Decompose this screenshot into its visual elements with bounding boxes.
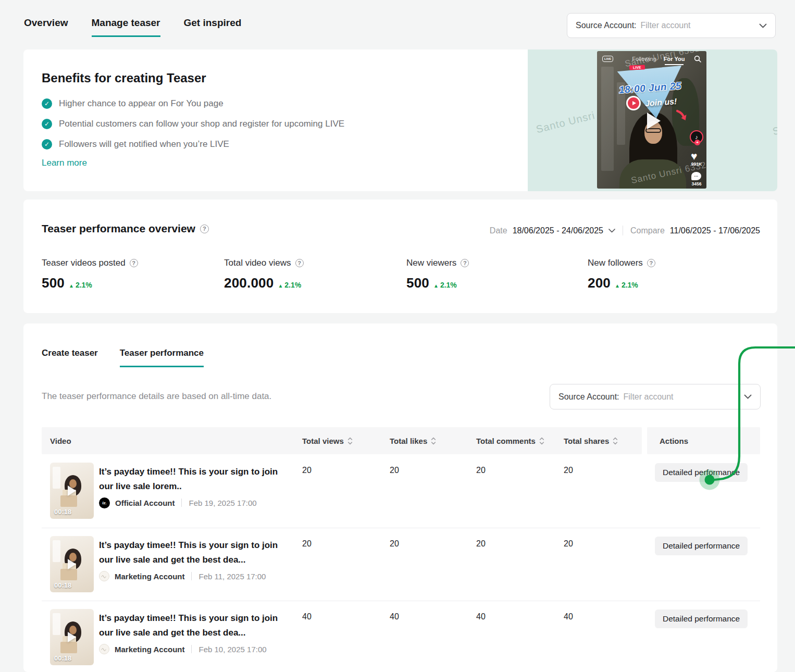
red-arrow-icon [675, 109, 689, 125]
benefits-card: Benefits for creating Teaser ✓ Higher ch… [23, 49, 777, 191]
table-row: 00:18 It’s payday timee!! This is your s… [42, 455, 760, 528]
account-name: Marketing Account [115, 645, 184, 654]
divider [191, 645, 192, 653]
benefit-text: Higher chance to appear on For You page [59, 98, 223, 109]
sort-icon[interactable] [613, 437, 618, 445]
column-label: Total views [302, 437, 344, 445]
play-icon [68, 486, 76, 496]
increase-arrow-icon: ▲ [278, 283, 283, 289]
source-account-filter-table[interactable]: Source Account: Filter account [550, 384, 761, 409]
metric-delta: 2.1% [440, 281, 457, 289]
teaser-video-preview: LIVE Following For You LIVE 18:00 Jun 25… [597, 51, 706, 189]
comments-count: 3456 [686, 181, 706, 186]
total-comments-value: 20 [476, 466, 486, 475]
phone-top-bar: LIVE Following For You [597, 55, 706, 63]
live-badge: LIVE [629, 65, 645, 70]
total-likes-value: 40 [390, 612, 399, 621]
metric-delta: 2.1% [76, 281, 92, 289]
thumbnail-art [53, 613, 60, 635]
video-thumbnail[interactable]: 00:18 [50, 536, 94, 592]
chevron-down-icon [744, 394, 752, 399]
check-circle-icon: ✓ [42, 119, 52, 129]
metric-value: 500 [42, 275, 65, 291]
column-header-total-views[interactable]: Total views [302, 427, 353, 454]
follow-plus-icon: + [694, 140, 700, 145]
video-thumbnail[interactable]: 00:18 [50, 463, 94, 519]
divider [181, 499, 182, 507]
filter-label: Source Account: [576, 21, 637, 30]
sort-icon[interactable] [347, 437, 353, 445]
tab-manage-teaser[interactable]: Manage teaser [92, 17, 160, 37]
total-likes-value: 20 [390, 539, 399, 549]
metric-value: 200 [588, 275, 611, 291]
video-duration: 00:18 [54, 508, 71, 516]
column-label: Actions [660, 437, 688, 445]
metric-delta: 2.1% [622, 281, 638, 289]
column-header-total-comments[interactable]: Total comments [476, 427, 544, 454]
top-nav: Overview Manage teaser Get inspired [24, 17, 241, 37]
account-name: Marketing Account [115, 572, 184, 581]
metric-value: 200.000 [224, 275, 274, 291]
all-time-data-note: The teaser performance details are based… [42, 391, 271, 402]
video-title: It’s payday timee!! This is your sign to… [99, 611, 294, 640]
benefit-text: Potential customers can follow your shop… [59, 119, 344, 129]
sort-icon[interactable] [431, 437, 436, 445]
watermark: Santo Unsri 6332 [772, 105, 777, 138]
metric-total-video-views: Total video views? 200.000 ▲2.1% [224, 258, 304, 291]
video-meta: Marketing Account Feb 10, 2025 17:00 [99, 643, 267, 655]
likes-count: 991K [686, 161, 706, 167]
question-icon[interactable]: ? [461, 259, 469, 267]
total-comments-value: 20 [476, 539, 486, 549]
benefit-item: ✓ Potential customers can follow your sh… [42, 114, 344, 134]
source-account-filter-top[interactable]: Source Account: Filter account [567, 13, 776, 38]
account-name: Official Account [115, 499, 175, 507]
video-thumbnail[interactable]: 00:18 [50, 609, 94, 665]
date-range-row: Date 18/06/2025 - 24/06/2025 Compare 11/… [490, 226, 760, 235]
metric-label: New viewers [406, 258, 456, 268]
table-row: 00:18 It’s payday timee!! This is your s… [42, 601, 760, 672]
thumbnail-art [60, 495, 77, 507]
host-avatar: ♪ + [690, 130, 703, 144]
metric-label: Teaser videos posted [42, 258, 126, 268]
detailed-performance-button[interactable]: Detailed performance [655, 609, 748, 628]
video-play-icon[interactable] [647, 113, 661, 129]
total-views-value: 20 [302, 539, 312, 549]
column-header-total-likes[interactable]: Total likes [390, 427, 436, 454]
question-icon[interactable]: ? [647, 259, 655, 267]
thumbnail-art [60, 642, 77, 653]
column-header-total-shares[interactable]: Total shares [564, 427, 618, 454]
learn-more-link[interactable]: Learn more [42, 158, 87, 168]
post-date: Feb 10, 2025 17:00 [198, 645, 266, 654]
tab-teaser-performance[interactable]: Teaser performance [120, 348, 204, 367]
chevron-down-icon[interactable] [608, 229, 615, 233]
video-duration: 00:18 [54, 654, 71, 662]
tab-create-teaser[interactable]: Create teaser [42, 348, 98, 367]
total-views-value: 40 [302, 612, 312, 621]
presenter-figure [619, 159, 686, 189]
tab-get-inspired[interactable]: Get inspired [184, 17, 242, 37]
column-header-video: Video [50, 427, 71, 454]
compare-range-value[interactable]: 11/06/2025 - 17/06/2025 [670, 226, 760, 235]
account-avatar: lz. [99, 497, 110, 508]
detailed-performance-button[interactable]: Detailed performance [655, 537, 748, 555]
comment-bubble-icon: ••• [691, 172, 701, 180]
chevron-down-icon [759, 23, 767, 28]
sort-icon[interactable] [539, 437, 544, 445]
metric-delta: 2.1% [284, 281, 301, 289]
column-label: Video [50, 437, 71, 445]
overview-title: Teaser performance overview [42, 222, 195, 235]
thumbnail-art [53, 467, 60, 489]
column-label: Total shares [564, 437, 609, 445]
tab-overview[interactable]: Overview [24, 17, 68, 37]
check-circle-icon: ✓ [42, 98, 52, 109]
detailed-performance-button[interactable]: Detailed performance [655, 463, 748, 482]
benefits-title: Benefits for creating Teaser [42, 71, 206, 85]
search-icon [694, 55, 701, 63]
video-meta: Marketing Account Feb 11, 2025 17:00 [99, 570, 266, 582]
total-shares-value: 20 [564, 539, 573, 549]
question-icon[interactable]: ? [130, 259, 138, 267]
question-icon[interactable]: ? [200, 225, 209, 233]
date-range-value[interactable]: 18/06/2025 - 24/06/2025 [513, 226, 603, 235]
play-badge-icon [626, 96, 641, 110]
question-icon[interactable]: ? [295, 259, 304, 267]
